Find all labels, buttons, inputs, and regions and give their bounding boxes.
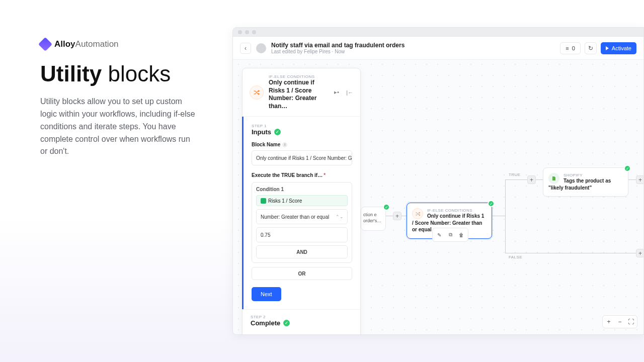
operator-select[interactable]: Number: Greater than or equal (256, 209, 348, 224)
workflow-title: Notify staff via email and tag fraudulen… (271, 42, 405, 49)
info-icon: i (282, 142, 287, 147)
next-button[interactable]: Next (252, 287, 281, 301)
counter-pill[interactable]: ≡ 0 (560, 42, 581, 54)
add-node-button[interactable]: + (393, 212, 401, 220)
value-input[interactable]: 0.75 (256, 227, 348, 242)
trash-icon: 🗑 (459, 232, 464, 238)
or-label: OR (298, 271, 306, 277)
collapse-button[interactable]: |← (346, 89, 353, 96)
workflow-subtitle: Last edited by Felipe Pires · Now (271, 49, 405, 54)
run-preview-button[interactable]: ▸▪ (334, 89, 339, 96)
variable-icon (261, 198, 266, 204)
shopify-node[interactable]: SHOPIFY Tags the product as "likely frau… (543, 167, 628, 197)
brand-name: Alloy (54, 39, 75, 49)
true-branch-label: TRUE (509, 172, 520, 177)
window-chrome (233, 28, 643, 37)
chevron-updown-icon: ⌃⌄ (336, 214, 344, 219)
hero-light: blocks (102, 61, 171, 86)
check-icon: ✓ (383, 204, 390, 211)
counter-value: 0 (572, 45, 575, 51)
panel-title: Only continue if Risks 1 / Score Number:… (269, 79, 327, 110)
shuffle-icon (250, 85, 264, 100)
next-label: Next (261, 291, 272, 297)
fullscreen-icon: ⛶ (628, 318, 634, 325)
node-eyebrow: SHOPIFY (548, 173, 623, 177)
add-node-button[interactable]: + (636, 249, 644, 257)
hero-bold: Utility (40, 61, 102, 86)
traffic-light-icon (252, 30, 256, 34)
execute-label: Execute the TRUE branch if… (252, 172, 323, 178)
edit-button[interactable]: ✎ (435, 230, 444, 239)
blockname-label: Block Name (252, 142, 280, 147)
and-label: AND (296, 249, 307, 255)
zoom-in-button[interactable]: + (604, 317, 613, 326)
brand-logo-icon (38, 37, 52, 51)
back-button[interactable]: ‹ (240, 43, 251, 54)
brand-suffix: Automation (75, 39, 119, 49)
activate-label: Activate (612, 45, 631, 51)
brand: AlloyAutomation (40, 39, 196, 49)
delete-button[interactable]: 🗑 (457, 230, 466, 239)
zoom-out-button[interactable]: − (615, 317, 624, 326)
refresh-icon: ↻ (588, 45, 593, 52)
condition-title: Condition 1 (256, 187, 348, 192)
duplicate-button[interactable]: ⧉ (446, 230, 455, 239)
value-text: 0.75 (261, 232, 270, 238)
operator-value: Number: Greater than or equal (261, 214, 329, 220)
step-label: STEP 1 (252, 124, 352, 128)
pencil-icon: ✎ (437, 232, 441, 238)
or-button[interactable]: OR (252, 267, 352, 280)
activate-button[interactable]: Activate (601, 42, 636, 54)
check-icon: ✓ (274, 129, 281, 135)
fit-view-button[interactable]: ⛶ (626, 317, 635, 326)
false-branch-label: FALSE (509, 255, 522, 259)
traffic-light-icon (238, 30, 242, 34)
variable-chip[interactable]: Risks 1 / Score (256, 195, 348, 206)
check-icon: ✓ (624, 165, 631, 172)
hero-heading: Utility blocks (40, 62, 196, 85)
partial-node-text: ction e order's… (363, 212, 380, 224)
node-toolbar: ✎ ⧉ 🗑 (432, 228, 468, 242)
shopify-icon (548, 173, 559, 184)
zoom-controls: + − ⛶ (602, 315, 637, 328)
check-icon: ✓ (283, 320, 290, 326)
workflow-canvas[interactable]: ction e order's… ✓ + IF-ELSE CONDITIONS … (233, 59, 643, 334)
hero-body: Utility blocks allow you to set up custo… (40, 96, 196, 158)
hash-icon: ≡ (566, 45, 569, 51)
check-icon: ✓ (488, 200, 495, 207)
step-title: Complete (251, 319, 280, 327)
blockname-input[interactable]: Only continue if Risks 1 / Score Number:… (252, 150, 352, 165)
add-node-button[interactable]: + (527, 175, 536, 184)
upstream-node-partial[interactable]: ction e order's… (361, 207, 386, 231)
refresh-button[interactable]: ↻ (585, 42, 597, 54)
step-title: Inputs (252, 128, 271, 136)
shuffle-icon (412, 208, 423, 219)
play-icon (606, 46, 609, 50)
condition-block: Condition 1 Risks 1 / Score Number: Grea… (252, 182, 352, 263)
workflow-avatar-icon (256, 43, 266, 53)
blockname-value: Only continue if Risks 1 / Score Number:… (256, 155, 352, 161)
inspector-panel: IF-ELSE CONDITIONS Only continue if Risk… (242, 68, 361, 335)
copy-icon: ⧉ (449, 232, 452, 238)
traffic-light-icon (245, 30, 249, 34)
node-eyebrow: IF-ELSE CONDITIONS (412, 208, 487, 213)
node-title: Tags the product as "likely fraudulent" (548, 177, 623, 191)
and-button[interactable]: AND (256, 245, 348, 258)
panel-eyebrow: IF-ELSE CONDITIONS (269, 74, 327, 79)
topbar: ‹ Notify staff via email and tag fraudul… (233, 37, 643, 60)
step-label: STEP 2 (251, 315, 352, 319)
variable-name: Risks 1 / Score (268, 198, 302, 204)
app-window: ‹ Notify staff via email and tag fraudul… (232, 27, 644, 335)
add-node-button[interactable]: + (636, 175, 644, 184)
